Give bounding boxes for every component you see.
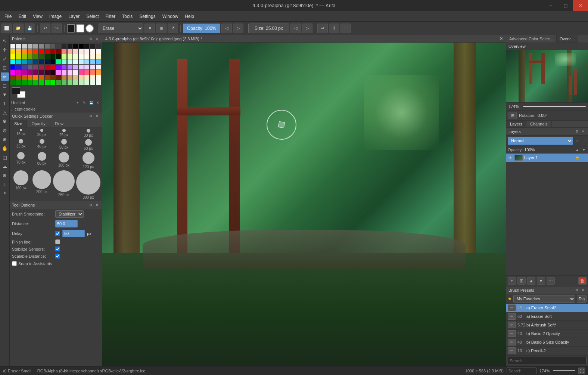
tool-assistant[interactable]: ⌖ <box>1 189 9 197</box>
palette-cell[interactable] <box>62 70 66 75</box>
layer-blend-select[interactable]: Normal <box>508 137 573 145</box>
palette-cell[interactable] <box>84 54 89 59</box>
maximize-button[interactable]: □ <box>558 0 573 11</box>
palette-cell[interactable] <box>73 80 78 85</box>
add-layer-button[interactable]: + <box>508 277 516 285</box>
more-button[interactable]: ⋯ <box>340 24 351 33</box>
size-up[interactable]: ▷ <box>302 24 312 33</box>
tool-transform[interactable]: ⤢ <box>1 55 9 63</box>
menu-settings[interactable]: Settings <box>136 13 158 20</box>
palette-cell[interactable] <box>84 59 89 64</box>
tool-crop[interactable]: ⊡ <box>1 63 9 72</box>
palette-cell[interactable] <box>68 54 72 59</box>
status-zoom-slider[interactable] <box>553 370 575 371</box>
tab-flow[interactable]: Flow <box>50 120 68 127</box>
palette-cell[interactable] <box>79 75 84 80</box>
palette-cell[interactable] <box>45 44 50 49</box>
brush-list-item[interactable]: ✏25a) Eraser Small* <box>506 304 588 312</box>
save-doc-button[interactable]: 💾 <box>25 24 35 33</box>
canvas-wrapper[interactable] <box>102 43 506 366</box>
palette-cell[interactable] <box>22 49 27 54</box>
brush-size-item[interactable]: 70 px <box>11 152 31 169</box>
brush-size-item[interactable]: 30 px <box>76 129 100 137</box>
palette-cell[interactable] <box>33 59 38 64</box>
palette-cell[interactable] <box>56 80 61 85</box>
palette-cell[interactable] <box>10 49 15 54</box>
to-close-icon[interactable]: ✕ <box>94 202 100 208</box>
opacity-adjust-down[interactable]: ▼ <box>581 147 587 152</box>
palette-cell[interactable] <box>96 80 101 85</box>
brush-size-item[interactable]: 40 px <box>32 139 52 151</box>
palette-cell[interactable] <box>79 80 84 85</box>
palette-cell[interactable] <box>84 44 89 49</box>
mirror-v-button[interactable]: ⇕ <box>329 24 339 33</box>
palette-cell[interactable] <box>10 59 15 64</box>
menu-file[interactable]: File <box>1 13 15 20</box>
palette-cell[interactable] <box>62 80 66 85</box>
palette-cell[interactable] <box>90 49 95 54</box>
palette-cell[interactable] <box>50 80 55 85</box>
layer-eye-icon[interactable]: 👁 <box>508 155 513 160</box>
palette-cell[interactable] <box>62 54 66 59</box>
palette-cell[interactable] <box>84 80 89 85</box>
tool-clone[interactable]: ⊕ <box>1 171 9 179</box>
palette-cell[interactable] <box>79 70 84 75</box>
palette-cell[interactable] <box>10 75 15 80</box>
palette-cell[interactable] <box>68 44 72 49</box>
palette-cell[interactable] <box>28 59 32 64</box>
delay-checkbox[interactable] <box>55 231 60 236</box>
palette-cell[interactable] <box>90 70 95 75</box>
palette-cell[interactable] <box>96 59 101 64</box>
close-palette-icon[interactable]: ✕ <box>95 100 100 105</box>
palette-cell[interactable] <box>10 65 15 69</box>
tool-gradient[interactable]: ◫ <box>1 153 9 161</box>
palette-cell[interactable] <box>50 70 55 75</box>
layer-more-icon[interactable]: ⋯ <box>581 155 587 160</box>
scalable-distance-checkbox[interactable] <box>55 254 60 258</box>
menu-window[interactable]: Window <box>159 13 181 20</box>
palette-cell[interactable] <box>50 59 55 64</box>
palette-cell[interactable] <box>28 44 32 49</box>
palette-cell[interactable] <box>50 49 55 54</box>
menu-view[interactable]: View <box>30 13 46 20</box>
palette-cell[interactable] <box>10 44 15 49</box>
layer-item[interactable]: 👁 Layer 1 🔒 ⋯ <box>506 154 588 162</box>
palette-cell[interactable] <box>22 70 27 75</box>
palette-cell[interactable] <box>16 44 21 49</box>
palette-cell[interactable] <box>50 54 55 59</box>
tool-move[interactable]: ✛ <box>1 46 9 54</box>
palette-cell[interactable] <box>39 44 44 49</box>
layer-lock-icon[interactable]: 🔒 <box>575 155 580 160</box>
palette-cell[interactable] <box>90 80 95 85</box>
delay-input[interactable] <box>62 230 85 237</box>
brush-size-item[interactable]: 35 px <box>11 139 31 151</box>
palette-cell[interactable] <box>79 49 84 54</box>
palette-cell[interactable] <box>39 75 44 80</box>
tab-opacity[interactable]: Opacity <box>27 120 50 127</box>
layer-filter-icon[interactable]: ▽ <box>575 138 580 143</box>
palette-cell[interactable] <box>84 75 89 80</box>
rotation-btn[interactable]: ⊞ <box>508 112 517 119</box>
palette-cell[interactable] <box>45 49 50 54</box>
palette-cell[interactable] <box>73 44 78 49</box>
palette-cell[interactable] <box>39 70 44 75</box>
palette-cell[interactable] <box>22 54 27 59</box>
opacity-button[interactable]: Opacity: 100% <box>183 24 220 33</box>
search-input[interactable] <box>508 357 587 365</box>
palette-cell[interactable] <box>73 65 78 69</box>
palette-cell[interactable] <box>28 65 32 69</box>
palette-cell[interactable] <box>50 44 55 49</box>
brush-list-item[interactable]: ✏5.72b) Airbrush Soft* <box>506 321 588 329</box>
palette-cell[interactable] <box>68 70 72 75</box>
layers-settings-icon[interactable]: ⚙ <box>574 129 579 134</box>
tab-channels[interactable]: Channels <box>526 121 551 127</box>
layer-down-button[interactable]: ▼ <box>537 277 545 285</box>
tool-smudge[interactable]: ☁ <box>1 162 9 170</box>
palette-cell[interactable] <box>28 49 32 54</box>
palette-cell[interactable] <box>33 75 38 80</box>
palette-cell[interactable] <box>33 70 38 75</box>
palette-cell[interactable] <box>96 44 101 49</box>
palette-cell[interactable] <box>56 44 61 49</box>
tab-advanced-color[interactable]: Advanced Color Selec... <box>506 35 557 43</box>
add-group-button[interactable]: ⊞ <box>517 277 526 285</box>
